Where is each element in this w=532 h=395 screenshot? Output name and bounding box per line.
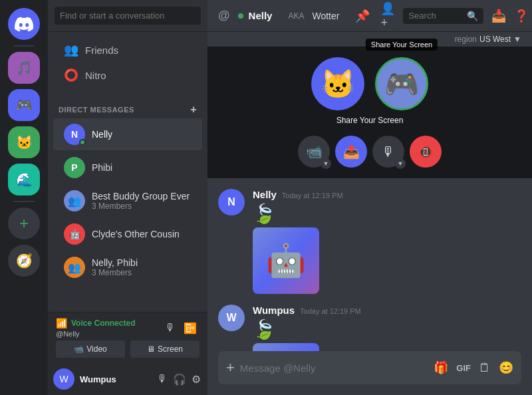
- user-status-dot: [238, 13, 243, 19]
- sticker-icon[interactable]: 🗒: [479, 361, 491, 375]
- gift-icon[interactable]: 🎁: [434, 360, 448, 375]
- aka-label: AKA: [288, 11, 304, 21]
- call-controls: 📹 ▼ 📤 🎙 ▼ 📵: [298, 136, 442, 168]
- msg-header-wumpus: Wumpus Today at 12:19 PM: [253, 305, 521, 316]
- mic-button[interactable]: 🎙: [156, 372, 169, 387]
- message-input-icons: 🎁 GIF 🗒 😊: [434, 360, 513, 375]
- dm-avatar-clydes: 🤖: [64, 223, 85, 245]
- search-icon: 🔍: [467, 11, 478, 21]
- discord-icon[interactable]: [8, 8, 40, 40]
- server-icon-2[interactable]: 🎮: [8, 89, 40, 121]
- dm-item-sub-best-buddy: 3 Members: [92, 201, 190, 211]
- voice-bar: 📶 Voice Connected @Nelly 🎙 📴 📹 Video 🖥 S…: [48, 312, 207, 363]
- search-input[interactable]: [55, 7, 201, 25]
- call-ctrl-mute-wrap: 🎙 ▼: [372, 136, 404, 168]
- msg-sticker-nelly: 🤖: [253, 227, 319, 294]
- server-icon-3[interactable]: 🐱: [8, 126, 40, 158]
- msg-content-nelly: Nelly Today at 12:19 PM 🍃 🤖: [253, 189, 521, 294]
- msg-time-nelly: Today at 12:19 PM: [282, 192, 343, 199]
- channel-at-symbol: @: [218, 9, 230, 23]
- voice-controls: 📹 Video 🖥 Screen: [56, 340, 200, 358]
- top-bar-username: Nelly: [249, 10, 273, 21]
- dm-item-name-clydes: Clyde's Other Cousin: [92, 229, 180, 239]
- emoji-icon[interactable]: 😊: [499, 360, 513, 375]
- share-screen-button[interactable]: 📤: [335, 136, 367, 168]
- video-chevron-icon: ▼: [321, 158, 331, 169]
- dm-item-info-phibi: Phibi: [92, 162, 112, 173]
- headset-button[interactable]: 🎧: [172, 372, 188, 387]
- dm-section-title: DIRECT MESSAGES: [59, 106, 134, 114]
- server-icon-4[interactable]: 🌊: [8, 164, 40, 196]
- server-icon-1[interactable]: 🎵: [8, 52, 40, 84]
- message-group-wumpus: W Wumpus Today at 12:19 PM 🍃 🤖: [218, 305, 521, 351]
- voice-actions: 🎙 📴: [162, 319, 200, 337]
- dm-avatar-best-buddy: 👥: [64, 190, 85, 211]
- dm-item-phibi[interactable]: P Phibi: [53, 152, 202, 184]
- top-search-input[interactable]: [408, 11, 462, 21]
- settings-button[interactable]: ⚙: [190, 372, 202, 387]
- add-dm-button[interactable]: +: [190, 104, 197, 116]
- voice-user-label: @Nelly: [56, 330, 135, 338]
- msg-sticker-wumpus: 🤖: [253, 343, 319, 351]
- voice-disconnect-button[interactable]: 📴: [181, 319, 200, 337]
- screen-label: Screen: [158, 344, 183, 354]
- msg-username-nelly: Nelly: [253, 189, 277, 200]
- friends-nav-item[interactable]: 👥 Friends: [53, 37, 202, 63]
- dm-section-header: DIRECT MESSAGES +: [48, 93, 207, 118]
- pin-icon[interactable]: 📌: [355, 9, 370, 23]
- msg-username-wumpus: Wumpus: [253, 305, 295, 316]
- user-bar: W Wumpus 🎙 🎧 ⚙: [48, 363, 207, 395]
- dm-sidebar: 👥 Friends ⭕ Nitro DIRECT MESSAGES + N Ne…: [48, 0, 207, 395]
- inbox-icon[interactable]: 📥: [491, 9, 506, 23]
- dm-avatar-nelly-phibi: 👥: [64, 257, 85, 278]
- call-avatars: 🐱 Share Your Screen 🎮: [311, 57, 428, 110]
- call-area: 🐱 Share Your Screen 🎮 Share Your Screen …: [207, 47, 532, 178]
- video-toggle-button[interactable]: 📹 Video: [56, 340, 125, 358]
- msg-time-wumpus: Today at 12:19 PM: [300, 307, 361, 315]
- nitro-icon: ⭕: [64, 68, 78, 82]
- dm-item-info-best-buddy: Best Buddy Group Ever 3 Members: [92, 191, 190, 211]
- dm-item-clydes[interactable]: 🤖 Clyde's Other Cousin: [53, 218, 202, 250]
- gif-icon[interactable]: GIF: [456, 363, 471, 373]
- aka-value: Wotter: [312, 11, 339, 21]
- dm-item-name-nelly: Nelly: [92, 129, 112, 140]
- call-participant-nelly: 🐱: [311, 57, 364, 110]
- dm-nav: 👥 Friends ⭕ Nitro: [48, 32, 207, 93]
- call-ctrl-share-wrap: 📤: [335, 136, 367, 168]
- region-label: region: [455, 35, 477, 44]
- msg-emoji-wumpus: 🍃: [253, 319, 521, 340]
- friends-label: Friends: [85, 45, 118, 56]
- msg-header-nelly: Nelly Today at 12:19 PM: [253, 189, 521, 200]
- call-ctrl-video-wrap: 📹 ▼: [298, 136, 330, 168]
- user-bar-controls: 🎙 🎧 ⚙: [156, 372, 202, 387]
- top-bar-search: 🔍: [403, 8, 483, 24]
- server-separator: [13, 45, 35, 47]
- dm-item-best-buddy[interactable]: 👥 Best Buddy Group Ever 3 Members: [53, 185, 202, 217]
- top-bar-user: Nelly: [238, 10, 273, 21]
- call-participant-wotter: Share Your Screen 🎮: [375, 57, 428, 110]
- main-content: @ Nelly AKA Wotter 📌 👤+ 🔍 📥 ❓ region US …: [207, 0, 532, 395]
- add-server-button[interactable]: +: [8, 207, 40, 239]
- nitro-nav-item[interactable]: ⭕ Nitro: [53, 63, 202, 88]
- voice-deafen-button[interactable]: 🎙: [162, 319, 178, 337]
- attach-button[interactable]: +: [226, 351, 235, 384]
- dm-item-sub-nelly-phibi: 3 Members: [92, 268, 138, 277]
- voice-status-label: Voice Connected: [71, 319, 135, 328]
- explore-button[interactable]: 🧭: [8, 245, 40, 277]
- call-ctrl-hangup-wrap: 📵: [410, 136, 442, 168]
- add-friend-icon[interactable]: 👤+: [380, 1, 395, 30]
- help-icon[interactable]: ❓: [514, 9, 529, 23]
- call-avatar-wotter: 🎮: [375, 57, 428, 110]
- server-sidebar: 🎵 🎮 🐱 🌊 + 🧭: [0, 0, 48, 395]
- dm-item-nelly-phibi[interactable]: 👥 Nelly, Phibi 3 Members: [53, 251, 202, 283]
- msg-content-wumpus: Wumpus Today at 12:19 PM 🍃 🤖: [253, 305, 521, 351]
- dm-item-name-best-buddy: Best Buddy Group Ever: [92, 191, 190, 201]
- message-input[interactable]: [240, 354, 428, 382]
- msg-avatar-nelly: N: [218, 189, 245, 215]
- dm-item-nelly[interactable]: N Nelly: [53, 118, 202, 150]
- region-chevron-icon: ▼: [513, 35, 521, 44]
- screen-share-button[interactable]: 🖥 Screen: [130, 340, 200, 358]
- hangup-button[interactable]: 📵: [410, 136, 442, 168]
- username-label: Wumpus: [80, 374, 150, 384]
- voice-status: 📶 Voice Connected: [56, 318, 135, 329]
